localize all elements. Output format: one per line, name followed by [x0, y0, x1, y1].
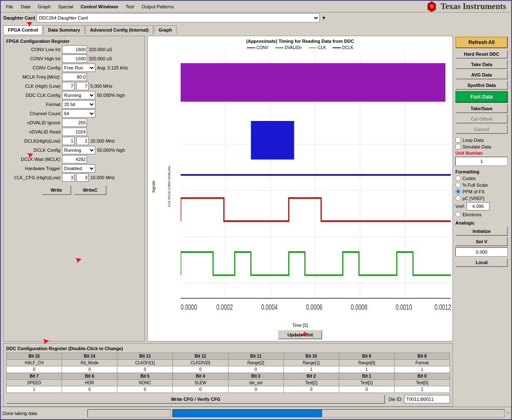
top-section: FPGA Configuration Register CONV Low Int… [3, 36, 453, 341]
initialize-button[interactable]: Initialize [455, 227, 508, 236]
svg-text:0.0006: 0.0006 [306, 303, 323, 311]
format-select[interactable]: 20 bit [62, 100, 95, 109]
take-data-button[interactable]: Take Data [455, 60, 508, 69]
clk-cfg-high-input[interactable] [62, 173, 75, 182]
fpga-config-section: FPGA Configuration Register CONV Low Int… [3, 36, 145, 341]
menu-data[interactable]: Data [17, 3, 34, 10]
dclk-config-select[interactable]: Running [62, 146, 95, 154]
electrons-radio[interactable] [455, 212, 461, 217]
vref-row: Vref: [455, 202, 508, 210]
ddc-bottom-row: Write CFG / Verify CFG Die ID: [6, 395, 450, 404]
timing-graph-svg: 0.0000 0.0002 0.0004 0.0006 0.0008 0.001… [181, 52, 451, 321]
format-label: Format [6, 102, 60, 107]
svg-text:0.0002: 0.0002 [216, 303, 233, 311]
full-scale-radio[interactable] [455, 182, 461, 188]
set-v-button[interactable]: Set V [455, 237, 508, 246]
clk-high-low-label: CLK (High) (Low) [6, 84, 60, 89]
legend-clk: CLK [318, 45, 326, 50]
x-axis-label: Time [S] [148, 322, 452, 329]
ddc-clk-config-label: DDC CLK Config [6, 93, 60, 98]
cal-offset-button[interactable]: Cal Offset [455, 114, 508, 124]
clk-high-input[interactable] [62, 82, 75, 90]
mclk-freq-label: MCLK Freq [MHz]: [6, 74, 60, 79]
set-v-input[interactable] [455, 247, 508, 257]
take-save-button[interactable]: Take/Save [455, 104, 508, 113]
mclk-freq-input[interactable] [62, 73, 87, 81]
analogic-label: Analogic [455, 220, 508, 225]
loop-data-checkbox[interactable] [455, 137, 461, 143]
hardware-trigger-select[interactable]: Disabled [62, 164, 95, 173]
menu-control-windows[interactable]: Control Windows [77, 3, 122, 10]
menu-file[interactable]: File [2, 3, 17, 10]
ppm-radio-row: PPM of FS [455, 189, 508, 194]
menu-graph[interactable]: Graph [35, 3, 54, 10]
conv-low-int-label: CONV Low Int [6, 47, 60, 52]
writec-button[interactable]: WriteC [74, 185, 107, 195]
fpga-section-title: FPGA Configuration Register [6, 39, 142, 44]
ddc-config-section: DDC Configuration Register (Double-Click… [3, 343, 453, 407]
conv-config-select[interactable]: Free Run [62, 64, 95, 72]
y-label-dclk: DCLK [167, 191, 171, 200]
daughter-card-select[interactable]: DDC264 Daughter Card [37, 13, 320, 22]
svg-text:TI: TI [430, 5, 434, 9]
dropdown-arrow-icon: ▼ [321, 15, 326, 20]
full-scale-label: % Full Scale [462, 183, 488, 188]
svg-rect-14 [251, 121, 294, 160]
dclk-high-low-label: DCLK(High)(Low) [6, 138, 60, 143]
tab-fpga[interactable]: FPGA Control [3, 25, 42, 34]
clk-cfg-low-input[interactable] [76, 173, 89, 182]
write-button[interactable]: Write [42, 185, 71, 195]
simulate-data-checkbox[interactable] [455, 144, 461, 149]
vref-label: Vref: [455, 204, 465, 209]
dclk-low-input[interactable] [76, 137, 89, 145]
write-cfg-button[interactable]: Write CFG / Verify CFG [6, 395, 385, 404]
clk-low-input[interactable] [76, 82, 89, 90]
hard-reset-button[interactable]: Hard Reset DDC [455, 49, 508, 59]
ndvalid-read-input[interactable] [62, 128, 87, 136]
dclk-wait-input[interactable] [62, 155, 87, 163]
conv-low-int-input[interactable] [62, 45, 87, 54]
menu-special[interactable]: Special [55, 3, 77, 10]
refresh-all-button[interactable]: Refresh All [455, 37, 508, 48]
local-button[interactable]: Local [455, 258, 508, 267]
spotfire-data-button[interactable]: Spotfire Data [455, 81, 508, 90]
resize-handle-icon[interactable]: ⠿ [507, 411, 510, 415]
cancel-button[interactable]: Cancel [455, 125, 508, 134]
pc-radio[interactable] [455, 195, 461, 201]
ddc-clk-config-value: 50.000% high [97, 93, 134, 98]
simulate-data-label: Simulate Data [462, 144, 491, 149]
legend-dvalidn: DVALIDn [285, 45, 302, 50]
status-progress-bar [172, 409, 505, 418]
ddc-clk-config-select[interactable]: Running [62, 91, 95, 99]
tab-data-summary[interactable]: Data Summary [43, 25, 85, 34]
avg-data-button[interactable]: AVG Data [455, 70, 508, 79]
fast-data-button[interactable]: Fast Data [455, 91, 508, 103]
channel-count-select[interactable]: 64 [62, 109, 95, 118]
ndvalid-read-label: nDVALID Read [6, 129, 60, 134]
legend-conv: CONV [256, 45, 268, 50]
codes-radio[interactable] [455, 175, 461, 181]
menu-output-patterns[interactable]: Output Patterns [138, 3, 177, 10]
codes-label: Codes [462, 176, 476, 181]
unit-number-input[interactable] [455, 157, 508, 166]
svg-text:0.0004: 0.0004 [261, 303, 278, 311]
y-label-conv: CONV [167, 180, 171, 190]
die-id-label: Die ID: [388, 397, 403, 402]
conv-high-int-input[interactable] [62, 54, 87, 63]
write-buttons-row: Write WriteC [6, 185, 142, 195]
ndvalid-ignore-input[interactable] [62, 119, 87, 127]
daughter-card-row: Daughter Card DDC264 Daughter Card ▼ [1, 12, 511, 23]
tab-advanced[interactable]: Advanced Config (Internal) [85, 25, 153, 34]
loop-data-row: Loop Data [455, 137, 508, 143]
menu-test[interactable]: Test [122, 3, 137, 10]
clk-cfg-label: CLK_CFG (High)(Low) [6, 175, 60, 180]
ppm-radio[interactable] [455, 189, 461, 194]
status-empty-area [87, 409, 171, 418]
tabs-row: FPGA Control Data Summary Advanced Confi… [1, 23, 511, 34]
die-id-input[interactable] [404, 395, 450, 403]
vref-input[interactable] [467, 202, 490, 210]
right-sidebar: Refresh All Hard Reset DDC Take Data AVG… [455, 36, 509, 407]
graph-section: (Approximate) Timing for Reading Data fr… [147, 36, 453, 341]
dclk-high-input[interactable] [62, 137, 75, 145]
tab-graph[interactable]: Graph [154, 25, 176, 34]
